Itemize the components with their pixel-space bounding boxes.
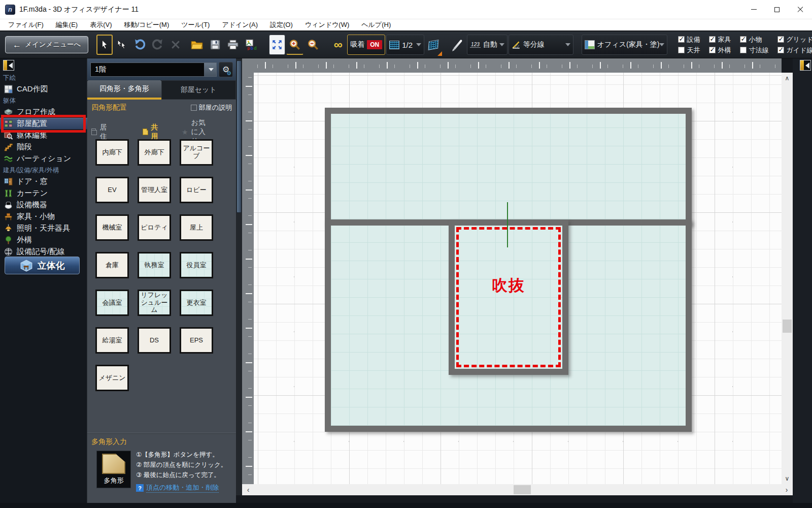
scroll-up-icon[interactable]: ∧ (782, 74, 793, 83)
sidebar-item-照明・天井器具[interactable]: 照明・天井器具 (0, 223, 87, 234)
fit-view-button[interactable] (269, 35, 285, 55)
checkbox-icon[interactable] (740, 36, 747, 43)
sidebar-item-設備機器[interactable]: 設備機器 (0, 199, 87, 211)
floor-room-top[interactable] (325, 108, 692, 226)
panel-scrollbar[interactable] (236, 58, 242, 503)
select-tool-button[interactable] (96, 35, 113, 55)
image-export-button[interactable]: pbd (243, 35, 261, 55)
checkbox-icon[interactable] (709, 47, 716, 53)
room-type-button-EPS[interactable]: EPS (180, 327, 213, 354)
close-button[interactable] (789, 0, 812, 19)
minimize-button[interactable] (742, 0, 765, 19)
room-type-button-機械室[interactable]: 機械室 (95, 214, 129, 241)
sidebar-item-ドア・窓[interactable]: ドア・窓 (0, 176, 87, 187)
floor-selector[interactable]: 1階 (90, 62, 217, 77)
layer-toggle-天井[interactable]: 天井 (678, 46, 700, 55)
layer-toggle-家具[interactable]: 家具 (709, 35, 731, 44)
checkbox-icon[interactable] (191, 105, 197, 111)
sidebar-item-階段[interactable]: 階段 (0, 141, 87, 153)
sidebar-item-フロア作成[interactable]: フロア作成 (0, 106, 87, 118)
sidebar-item-躯体編集[interactable]: 躯体編集 (0, 130, 87, 141)
checkbox-icon[interactable] (709, 36, 716, 43)
menu-item[interactable]: 移動/コピー(M) (118, 19, 176, 31)
sidebar-item-家具・小物[interactable]: 家具・小物 (0, 211, 87, 223)
layer-toggle-外構[interactable]: 外構 (709, 46, 731, 55)
room-type-button-メザニン[interactable]: メザニン (95, 365, 129, 391)
sidebar-item-外構[interactable]: 外構 (0, 234, 87, 246)
zoom-out-button[interactable] (304, 35, 322, 55)
open-file-button[interactable] (188, 35, 206, 55)
checkbox-icon[interactable] (678, 36, 685, 43)
solidify-3d-button[interactable]: 立体化 (5, 257, 80, 274)
category-共用[interactable]: 共用 (143, 123, 160, 141)
room-type-button-ピロティ[interactable]: ピロティ (138, 214, 171, 241)
layer-toggle-ガイド線[interactable]: ガイド線 (777, 46, 812, 55)
checkbox-icon[interactable] (678, 47, 685, 53)
main-menu-button[interactable]: ← メインメニューへ (5, 36, 88, 53)
room-type-button-屋上[interactable]: 屋上 (180, 214, 213, 241)
polygon-help-link[interactable]: ? 頂点の移動・追加・削除 (136, 483, 219, 493)
room-type-button-ロビー[interactable]: ロビー (180, 177, 213, 203)
layer-toggle-設備[interactable]: 設備 (678, 35, 700, 44)
auto-dimension-button[interactable]: 123 自動 (467, 35, 507, 55)
redo-button[interactable] (149, 35, 166, 55)
room-type-button-給湯室[interactable]: 給湯室 (95, 327, 129, 354)
room-description-toggle[interactable]: 部屋の説明 (191, 103, 232, 112)
sidebar-item-パーティション[interactable]: パーティション (0, 153, 87, 165)
layer-toggle-グリッド[interactable]: グリッド (777, 35, 812, 44)
maximize-button[interactable] (765, 0, 789, 19)
checkbox-icon[interactable] (777, 47, 784, 53)
category-居住[interactable]: 居住 (91, 123, 109, 141)
sidebar-item-部屋配置[interactable]: 部屋配置 (0, 118, 87, 130)
room-type-button-執務室[interactable]: 執務室 (138, 252, 171, 278)
tab-rect-polygon[interactable]: 四角形・多角形 (87, 80, 161, 100)
horizontal-scrollbar[interactable]: ‹ › (242, 484, 793, 495)
divider-line-button[interactable]: 等分線 (509, 35, 573, 55)
layer-toggle-小物[interactable]: 小物 (740, 35, 768, 44)
menu-item[interactable]: 表示(V) (84, 19, 118, 31)
vertical-scrollbar-thumb[interactable] (783, 320, 792, 333)
menu-item[interactable]: ツール(T) (175, 19, 216, 31)
delete-button[interactable] (167, 35, 184, 55)
drawing-area[interactable]: 吹抜 (254, 73, 782, 484)
floor-dropdown-button[interactable] (204, 63, 216, 76)
sidebar-item-CAD作図[interactable]: CAD作図 (0, 83, 87, 95)
room-type-button-内廊下[interactable]: 内廊下 (95, 139, 129, 166)
canvas-collapse-button[interactable] (800, 60, 811, 71)
tab-room-set[interactable]: 部屋セット (161, 80, 236, 100)
measure-tool-button[interactable] (450, 35, 466, 55)
checkbox-icon[interactable] (740, 47, 747, 53)
void-outline[interactable] (456, 227, 561, 367)
undo-button[interactable] (131, 35, 148, 55)
panel-scrollbar-thumb[interactable] (236, 60, 242, 213)
room-type-button-リフレッシュルーム[interactable]: リフレッシュルーム (138, 290, 171, 316)
menu-item[interactable]: 編集(E) (50, 19, 84, 31)
room-type-button-役員室[interactable]: 役員室 (180, 252, 213, 278)
room-type-button-EV[interactable]: EV (95, 177, 129, 203)
room-type-button-外廊下[interactable]: 外廊下 (138, 139, 171, 166)
menu-item[interactable]: 設定(O) (264, 19, 299, 31)
save-button[interactable] (207, 35, 223, 55)
sidebar-collapse-button[interactable] (3, 60, 14, 71)
zoom-in-button[interactable] (286, 35, 303, 55)
scroll-left-icon[interactable]: ‹ (243, 484, 253, 495)
menu-item[interactable]: ファイル(F) (2, 19, 50, 31)
scroll-right-icon[interactable]: › (782, 484, 792, 495)
polygon-button[interactable]: 多角形 (96, 451, 131, 488)
menu-item[interactable]: アドイン(A) (216, 19, 264, 31)
multi-select-tool-button[interactable] (114, 35, 130, 55)
menu-item[interactable]: ウィンドウ(W) (299, 19, 355, 31)
room-type-button-DS[interactable]: DS (138, 327, 171, 354)
continuous-input-button[interactable]: ∞ (330, 35, 346, 55)
checkbox-icon[interactable] (777, 36, 784, 43)
layer-toggle-寸法線[interactable]: 寸法線 (740, 46, 768, 55)
grid-scale-button[interactable]: 1/2 (386, 35, 424, 55)
room-type-button-会議室[interactable]: 会議室 (95, 290, 129, 316)
room-type-button-更衣室[interactable]: 更衣室 (180, 290, 213, 316)
room-type-button-アルコーブ[interactable]: アルコーブ (180, 139, 213, 166)
view-mode-button[interactable]: オフィス(家具・塗) (582, 35, 668, 55)
grid-angle-button[interactable] (425, 35, 442, 55)
snap-toggle-button[interactable]: 吸着 ON (347, 35, 385, 55)
room-type-button-管理人室[interactable]: 管理人室 (138, 177, 171, 203)
horizontal-scrollbar-thumb[interactable] (514, 485, 531, 494)
